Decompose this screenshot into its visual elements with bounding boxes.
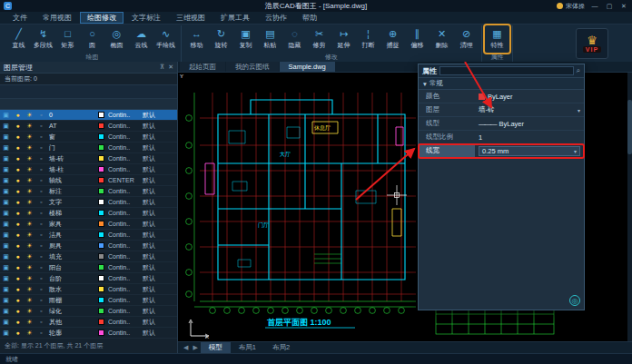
ribbon-tool-button[interactable]: ⊕ 捕捉 [380,25,405,53]
ribbon-tool-button[interactable]: ¦ 打断 [356,25,380,53]
menu-tab[interactable]: 扩展工具 [213,12,257,24]
ribbon-tool-button[interactable]: ∿ 手绘线 [153,25,178,53]
layer-color-swatch[interactable] [98,188,104,194]
layer-color-swatch[interactable] [98,242,104,249]
layer-row[interactable]: ▣ ● ☀ ▫ 厨具 Contin.. 默认 [0,241,177,251]
layer-color-swatch[interactable] [98,319,104,325]
menu-tab[interactable]: 绘图修改 [80,12,123,24]
layer-on-icon[interactable]: ● [12,319,24,325]
panel-action-button[interactable]: ◎ [569,295,580,306]
menu-tab[interactable]: 帮助 [295,12,324,24]
vip-badge[interactable]: ♛ VIP [576,28,608,59]
layer-color-swatch[interactable] [98,133,104,140]
ribbon-tool-button[interactable]: □ 矩形 [55,25,80,53]
layer-row[interactable]: ▣ ● ☀ ▫ 填充 Contin.. 默认 [0,251,177,262]
ribbon-tool-button[interactable]: ∥ 偏移 [405,25,430,53]
layer-on-icon[interactable]: ● [12,188,24,194]
layer-freeze-icon[interactable]: ☀ [24,166,35,173]
layer-row[interactable]: ▣ ● ☀ ▫ 台阶 Contin.. 默认 [0,273,177,284]
layer-row[interactable]: ▣ ● ☀ ▫ 门 Contin.. 默认 [0,143,177,153]
layer-lock-icon[interactable]: ▫ [35,144,47,151]
layer-row[interactable]: ▣ ● ☀ ▫ 雨棚 Contin.. 默认 [0,295,177,306]
layer-color-swatch[interactable] [98,308,104,314]
layer-row[interactable]: ▣ ● ☀ ▫ 墙-柱 Contin.. 默认 [0,164,177,175]
layer-color-swatch[interactable] [98,144,104,151]
layer-color-swatch[interactable] [98,199,104,205]
layer-lock-icon[interactable]: ▫ [35,166,47,172]
layer-on-icon[interactable]: ● [12,199,24,205]
layer-on-icon[interactable]: ● [12,123,24,129]
layer-color-swatch[interactable] [98,253,104,260]
layer-lock-icon[interactable]: ▫ [35,253,47,260]
chevron-down-icon[interactable]: ▾ [423,80,427,88]
linetype-value[interactable]: ——— ByLayer [475,117,584,130]
layer-on-icon[interactable]: ● [12,297,24,303]
ribbon-tool-button[interactable]: ✕ 删除 [430,25,454,53]
layer-on-icon[interactable]: ● [12,286,24,292]
scrollbar-thumb[interactable] [627,100,632,154]
layer-freeze-icon[interactable]: ☀ [24,221,35,228]
next-layout-icon[interactable]: ▶ [191,342,199,353]
layer-lock-icon[interactable]: ▫ [35,210,47,216]
layer-lock-icon[interactable]: ▫ [35,112,47,118]
layer-freeze-icon[interactable]: ☀ [24,253,35,261]
menu-tab[interactable]: 常用视图 [35,12,79,24]
layer-freeze-icon[interactable]: ☀ [24,123,35,130]
layer-row[interactable]: ▣ ● ☀ ▫ 标注 Contin.. 默认 [0,186,177,197]
layer-row[interactable]: ▣ ● ☀ ▫ 阳台 Contin.. 默认 [0,262,177,273]
layer-lock-icon[interactable]: ▫ [35,123,47,129]
layer-freeze-icon[interactable]: ☀ [24,199,35,206]
layer-color-swatch[interactable] [98,112,104,118]
layer-freeze-icon[interactable]: ☀ [24,188,35,195]
layer-freeze-icon[interactable]: ☀ [24,297,35,304]
ribbon-tool-button[interactable]: ↻ 旋转 [209,25,233,53]
layer-lock-icon[interactable]: ▫ [35,221,47,227]
ribbon-tool-button[interactable]: ↔ 移动 [184,25,209,53]
close-button[interactable]: ✕ [619,3,628,10]
layer-freeze-icon[interactable]: ☀ [24,210,35,217]
layer-color-swatch[interactable] [98,275,104,281]
ribbon-tool-button[interactable]: ○ 圆 [80,25,104,53]
layer-row[interactable]: ▣ ● ☀ ▫ 家具 Contin.. 默认 [0,219,177,230]
user-account[interactable]: 宋体操 [557,2,585,11]
document-tab[interactable]: 我的云图纸 [226,62,279,72]
layer-on-icon[interactable]: ● [12,112,24,118]
layout-tab[interactable]: 布局2 [264,342,298,353]
color-value[interactable]: ByLayer [475,90,584,103]
layer-color-swatch[interactable] [98,155,104,162]
layer-color-swatch[interactable] [98,264,104,271]
layer-row[interactable]: ▣ ● ☀ ▫ 墙-砖 Contin.. 默认 [0,153,177,164]
document-tab[interactable]: Sample.dwg [280,62,335,72]
maximize-button[interactable]: ▢ [605,3,614,10]
layer-row[interactable]: ▣ ● ☀ ▫ 楼梯 Contin.. 默认 [0,208,177,219]
layer-lock-icon[interactable]: ▫ [35,199,47,205]
layer-row[interactable]: ▣ ● ☀ ▫ 轴线 CENTER 默认 [0,175,177,186]
layer-freeze-icon[interactable]: ☀ [24,112,35,119]
layer-color-swatch[interactable] [98,330,104,336]
layer-on-icon[interactable]: ● [12,166,24,172]
layer-color-swatch[interactable] [98,210,104,216]
layer-freeze-icon[interactable]: ☀ [24,330,35,337]
layer-on-icon[interactable]: ● [12,275,24,281]
ribbon-tool-button[interactable]: ☁ 云线 [129,25,153,53]
ribbon-tool-button[interactable]: ⊘ 清理 [454,25,479,53]
layer-freeze-icon[interactable]: ☀ [24,177,35,184]
layer-freeze-icon[interactable]: ☀ [24,319,35,326]
layer-row[interactable]: ▣ ● ☀ ▫ 0 Contin.. 默认 [0,110,177,121]
ribbon-tool-button[interactable]: ╱ 直线 [6,25,31,53]
layer-value-dropdown[interactable]: 墙-砖 ▾ [475,103,584,116]
layer-freeze-icon[interactable]: ☀ [24,155,35,162]
layer-on-icon[interactable]: ● [12,231,24,238]
layer-on-icon[interactable]: ● [12,264,24,271]
layer-freeze-icon[interactable]: ☀ [24,275,35,282]
layer-lock-icon[interactable]: ▫ [35,155,47,162]
layer-lock-icon[interactable]: ▫ [35,275,47,281]
lineweight-dropdown[interactable]: 0.25 mm ▾ [479,146,580,156]
menu-tab[interactable]: 文件 [5,12,35,24]
layer-row[interactable]: ▣ ● ☀ ▫ 散水 Contin.. 默认 [0,284,177,295]
ribbon-tool-button[interactable]: ↦ 延伸 [331,25,356,53]
layer-freeze-icon[interactable]: ☀ [24,144,35,152]
layer-lock-icon[interactable]: ▫ [35,133,47,140]
layer-lock-icon[interactable]: ▫ [35,242,47,249]
layout-tab[interactable]: 布局1 [231,342,264,353]
